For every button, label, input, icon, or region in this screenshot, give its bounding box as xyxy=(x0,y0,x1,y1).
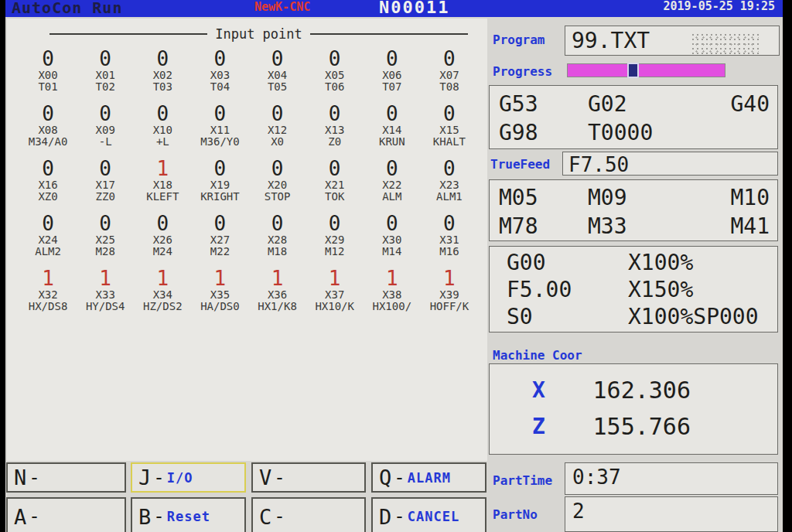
input-point-cell: 0X17ZZ0 xyxy=(77,158,134,203)
input-point-function: XZ0 xyxy=(19,191,77,203)
input-point-header: Input point xyxy=(50,26,468,42)
gcode-row: G53G02G40 xyxy=(490,90,777,118)
input-point-id: X01 xyxy=(77,70,134,81)
softkey-b[interactable]: B-Reset xyxy=(131,497,246,532)
softkey-d[interactable]: D-CANCEL xyxy=(371,497,486,532)
input-point-cell: 0X08M34/A0 xyxy=(19,103,77,148)
softkey-letter: C xyxy=(259,505,271,529)
softkey-function-label: Reset xyxy=(167,509,210,524)
input-point-cell: 0X23ALM1 xyxy=(421,158,478,203)
input-point-function: KHALT xyxy=(421,136,478,148)
input-point-id: X20 xyxy=(249,179,306,191)
input-point-cell: 0X24ALM2 xyxy=(19,213,77,257)
input-point-function: T08 xyxy=(421,81,478,93)
input-point-cell: 0X11M36/Y0 xyxy=(191,103,248,148)
input-point-id: X07 xyxy=(421,70,478,81)
input-point-id: X17 xyxy=(77,179,134,191)
input-point-value: 0 xyxy=(421,213,478,234)
input-point-cell: 1X34HZ/DS2 xyxy=(134,268,191,312)
mcode-value: M10 xyxy=(678,185,777,210)
input-point-id: X27 xyxy=(191,234,248,246)
input-point-id: X16 xyxy=(19,179,77,191)
coordinate-row: X162.306 xyxy=(490,372,777,408)
gcode-row: G98T0000 xyxy=(490,118,777,147)
input-point-id: X29 xyxy=(306,234,364,246)
input-point-id: X13 xyxy=(306,124,364,136)
input-point-function: X0 xyxy=(249,136,306,148)
axis-letter: Z xyxy=(532,414,563,439)
input-point-cell: 0X05T06 xyxy=(306,48,364,93)
input-point-id: X25 xyxy=(77,234,134,246)
override-status-box: G00X100%F5.00X150%S0X100%SP000 xyxy=(489,246,778,332)
input-point-value: 0 xyxy=(191,48,248,70)
input-point-function: HX1/K8 xyxy=(249,301,306,312)
progress-handle[interactable] xyxy=(627,63,639,78)
input-point-value: 0 xyxy=(421,103,478,124)
input-point-id: X14 xyxy=(364,124,421,136)
input-point-value: 1 xyxy=(134,158,191,179)
progress-bar[interactable] xyxy=(567,63,725,77)
input-point-function: HA/DS0 xyxy=(191,301,248,312)
axis-value: 162.306 xyxy=(563,377,691,404)
softkey-n[interactable]: N- xyxy=(6,462,126,493)
softkey-q[interactable]: Q-ALARM xyxy=(371,462,486,493)
override-value: F5.00 xyxy=(490,277,628,302)
input-point-cell: 1X18KLEFT xyxy=(134,158,191,203)
input-point-id: X30 xyxy=(364,234,421,246)
input-point-value: 1 xyxy=(364,268,421,289)
input-point-function: KRIGHT xyxy=(191,191,248,203)
input-point-id: X21 xyxy=(306,179,364,191)
parttime-box: 0:37 xyxy=(565,462,778,495)
mcode-value: M33 xyxy=(588,213,678,239)
softkey-letter: V xyxy=(259,466,271,489)
input-point-function: M18 xyxy=(249,246,306,257)
input-point-function: M22 xyxy=(191,246,248,257)
override-value: X100%SP000 xyxy=(628,304,777,329)
softkey-a[interactable]: A- xyxy=(6,497,126,532)
parttime-label: PartTime xyxy=(493,473,552,488)
softkey-v[interactable]: V- xyxy=(251,462,366,493)
machine-coor-label: Machine Coor xyxy=(493,348,582,363)
input-point-function: KRUN xyxy=(364,136,421,148)
mcode-value: M78 xyxy=(490,213,588,239)
datetime: 2019-05-25 19:25 xyxy=(664,0,776,13)
override-value: G00 xyxy=(490,250,628,275)
input-point-value: 0 xyxy=(364,103,421,124)
input-point-cell: 0X09-L xyxy=(77,103,134,148)
softkey-letter: D xyxy=(379,505,391,529)
partno-label: PartNo xyxy=(493,507,538,522)
softkey-c[interactable]: C- xyxy=(251,497,366,532)
input-point-value: 1 xyxy=(191,268,248,289)
status-panel: Program 99.TXT Progress G53G02G40G98T000… xyxy=(488,17,783,532)
input-point-function: STOP xyxy=(249,191,306,203)
override-row: S0X100%SP000 xyxy=(490,303,777,330)
input-point-function: M12 xyxy=(306,246,364,257)
input-point-id: X05 xyxy=(306,70,364,81)
input-point-value: 0 xyxy=(19,103,77,124)
input-point-value: 0 xyxy=(364,158,421,179)
input-grid: 0X00T010X01T020X02T030X03T040X04T050X05T… xyxy=(19,48,478,312)
input-point-panel: Input point 0X00T010X01T020X02T030X03T04… xyxy=(7,19,487,461)
input-point-cell: 1X35HA/DS0 xyxy=(191,268,248,312)
input-point-function: ZZ0 xyxy=(77,191,134,203)
input-point-cell: 1X39HOFF/K xyxy=(421,268,478,312)
gcode-value: G40 xyxy=(678,91,777,117)
input-point-id: X03 xyxy=(191,70,248,81)
input-point-value: 0 xyxy=(421,158,478,179)
softkey-j[interactable]: J-I/O xyxy=(131,462,246,493)
override-row: F5.00X150% xyxy=(490,276,777,303)
input-point-cell: 0X29M12 xyxy=(306,213,364,257)
input-point-value: 1 xyxy=(249,268,306,289)
input-point-function: HY/DS4 xyxy=(77,301,134,312)
input-point-cell: 0X21TOK xyxy=(306,158,364,203)
softkey-dash: - xyxy=(394,506,405,527)
input-point-value: 0 xyxy=(19,213,77,234)
input-point-cell: 0X07T08 xyxy=(421,48,478,93)
app-title: AutoCon Run xyxy=(12,0,122,17)
cnc-screen: AutoCon Run NewK-CNC N00011 2019-05-25 1… xyxy=(5,0,783,532)
softkey-function-label: ALARM xyxy=(408,470,451,486)
input-point-cell: 0X14KRUN xyxy=(364,103,421,148)
block-number: N00011 xyxy=(379,0,449,17)
input-point-id: X18 xyxy=(134,179,191,191)
softkey-dash: - xyxy=(29,467,39,489)
